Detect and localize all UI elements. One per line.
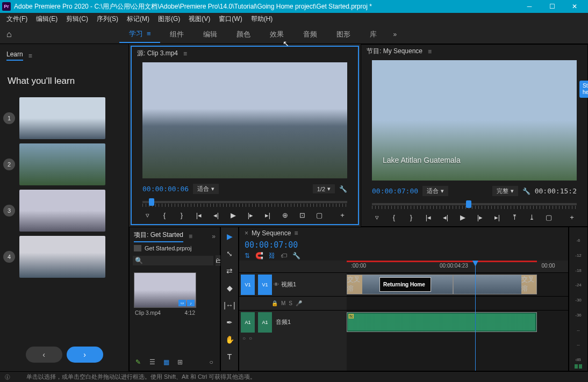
learn-item-3[interactable]: 3 xyxy=(3,190,125,232)
transition-handle[interactable]: 交叉溶 xyxy=(347,275,362,294)
timeline-ruler[interactable]: :00:00 00:00:04:23 00:00 xyxy=(347,261,568,272)
pen-tool-icon[interactable]: ✒ xyxy=(224,316,235,328)
go-to-out-icon[interactable]: ▸| xyxy=(263,210,273,220)
panel-overflow-icon[interactable]: » xyxy=(212,233,216,240)
source-scrubber[interactable] xyxy=(142,197,347,207)
track-header-a1-togs[interactable]: 🔒 M S 🎤 xyxy=(239,296,347,310)
panel-menu-icon[interactable]: ≡ xyxy=(183,50,187,57)
icon-view-icon[interactable]: ▦ xyxy=(162,358,170,366)
menu-help[interactable]: 帮助(H) xyxy=(247,13,277,25)
audio-clip[interactable]: fx xyxy=(347,312,537,332)
panel-menu-icon[interactable]: ≡ xyxy=(294,229,298,237)
program-timecode-in[interactable]: 00:00:07:00 xyxy=(372,187,418,195)
workspace-audio[interactable]: 音频 xyxy=(293,26,327,42)
list-view-icon[interactable]: ☰ xyxy=(148,358,156,366)
minimize-button[interactable]: ─ xyxy=(518,0,541,13)
video-clip[interactable]: 交叉溶 xyxy=(453,275,537,294)
add-marker-icon[interactable]: ▿ xyxy=(372,212,382,222)
menu-edit[interactable]: 编辑(E) xyxy=(32,13,62,25)
mute-toggle[interactable]: M xyxy=(281,300,285,306)
learn-item-2[interactable]: 2 xyxy=(3,143,125,185)
track-expand-icon[interactable]: ○ xyxy=(242,335,246,341)
learn-tab[interactable]: Learn xyxy=(6,51,23,61)
solo-toggle[interactable]: S xyxy=(289,300,292,306)
button-editor-icon[interactable]: + xyxy=(338,210,347,220)
mark-out-icon[interactable]: } xyxy=(406,212,416,222)
hand-tool-icon[interactable]: ✋ xyxy=(224,334,235,345)
project-clip-thumbnail[interactable]: ▭ ♪ xyxy=(134,272,196,308)
workspace-learn[interactable]: 学习 ≡ xyxy=(119,26,161,43)
title-clip[interactable]: Returning Home xyxy=(379,277,431,292)
export-frame-icon[interactable]: ▢ xyxy=(544,212,554,222)
insert-icon[interactable]: ⊕ xyxy=(280,210,290,220)
timeline-tracks-area[interactable]: :00:00 00:00:04:23 00:00 交叉溶 Returning H… xyxy=(347,261,568,371)
record-toggle-icon[interactable]: 🎤 xyxy=(296,300,302,306)
target-patch-a1[interactable]: A1 xyxy=(258,312,272,333)
panel-menu-icon[interactable]: ≡ xyxy=(428,48,432,55)
mark-in-icon[interactable]: { xyxy=(389,212,399,222)
source-timecode-in[interactable]: 00:00:00:06 xyxy=(142,185,189,193)
menu-view[interactable]: 视图(V) xyxy=(184,13,214,25)
source-tab[interactable]: 源: Clip 3.mp4 xyxy=(137,49,178,58)
type-tool-icon[interactable]: T xyxy=(224,351,235,363)
marker-icon[interactable]: 🏷 xyxy=(281,252,287,260)
program-fit-dropdown[interactable]: 适合 ▾ xyxy=(422,186,448,196)
ripple-edit-tool-icon[interactable]: ⇄ xyxy=(224,265,235,277)
step-back-icon[interactable]: ◂| xyxy=(441,212,450,222)
play-icon[interactable]: ▶ xyxy=(458,212,468,222)
settings-icon[interactable]: 🔧 xyxy=(339,185,347,193)
learn-item-4[interactable]: 4 xyxy=(3,236,125,278)
learn-tip-bubble[interactable]: St he xyxy=(579,81,588,98)
razor-tool-icon[interactable]: ◆ xyxy=(224,282,235,294)
close-button[interactable]: ✕ xyxy=(563,0,586,13)
step-back-icon[interactable]: ◂| xyxy=(211,210,221,220)
step-forward-icon[interactable]: |▸ xyxy=(475,212,485,222)
nest-toggle-icon[interactable]: ⇅ xyxy=(245,252,250,260)
extract-icon[interactable]: ⤓ xyxy=(527,212,536,222)
go-to-in-icon[interactable]: |◂ xyxy=(424,212,433,222)
menu-sequence[interactable]: 序列(S) xyxy=(92,13,123,25)
source-viewport[interactable] xyxy=(142,62,347,178)
transition-handle[interactable]: 交叉溶 xyxy=(521,275,536,294)
maximize-button[interactable]: ☐ xyxy=(541,0,563,13)
track-header-a1[interactable]: A1 A1 音频1 xyxy=(239,310,347,334)
track-collapse-icon[interactable]: ○ xyxy=(249,335,252,341)
track-header-v1[interactable]: V1 V1 👁 视频1 xyxy=(239,272,347,296)
mark-out-icon[interactable]: } xyxy=(177,210,187,220)
button-editor-icon[interactable]: + xyxy=(567,212,577,222)
menu-clip[interactable]: 剪辑(C) xyxy=(62,13,92,25)
add-marker-icon[interactable]: ▿ xyxy=(142,210,152,220)
source-zoom-dropdown[interactable]: 1/2 ▾ xyxy=(313,184,335,193)
program-scrubber[interactable] xyxy=(372,199,577,209)
workspace-graphics[interactable]: 图形 xyxy=(327,26,360,42)
workspace-libraries[interactable]: 库 xyxy=(360,26,386,42)
workspace-overflow-icon[interactable]: » xyxy=(386,27,403,41)
target-patch-v1[interactable]: V1 xyxy=(258,275,272,295)
program-tab[interactable]: 节目: My Sequence xyxy=(367,47,422,56)
step-forward-icon[interactable]: |▸ xyxy=(246,210,255,220)
overwrite-icon[interactable]: ⊡ xyxy=(297,210,307,220)
program-timecode-out[interactable]: 00:00:15:2 xyxy=(535,187,577,195)
workspace-editing[interactable]: 编辑 xyxy=(193,26,227,42)
menu-markers[interactable]: 标记(M) xyxy=(123,13,154,25)
home-icon[interactable]: ⌂ xyxy=(6,30,12,39)
workspace-assembly[interactable]: 组件 xyxy=(160,26,193,42)
track-lock-icon[interactable]: 🔒 xyxy=(271,300,278,306)
source-patch-a1[interactable]: A1 xyxy=(241,312,255,333)
write-indicator-icon[interactable]: ✎ xyxy=(134,358,142,366)
source-patch-v1[interactable]: V1 xyxy=(241,275,255,295)
workspace-color[interactable]: 颜色 xyxy=(227,26,260,42)
source-fit-dropdown[interactable]: 适合 ▾ xyxy=(193,184,219,194)
program-viewport[interactable]: Lake Atitlan Guatemala xyxy=(372,60,577,181)
freeform-view-icon[interactable]: ⊞ xyxy=(176,358,184,366)
snap-toggle-icon[interactable]: 🧲 xyxy=(255,252,263,260)
lift-icon[interactable]: ⤒ xyxy=(510,212,519,222)
settings-icon[interactable]: 🔧 xyxy=(292,252,300,260)
settings-icon[interactable]: 🔧 xyxy=(522,188,530,195)
menu-file[interactable]: 文件(F) xyxy=(2,13,32,25)
linked-selection-icon[interactable]: ⛓ xyxy=(269,252,275,260)
workspace-effects[interactable]: 效果 xyxy=(260,26,293,42)
program-quality-dropdown[interactable]: 完整 ▾ xyxy=(492,186,518,196)
slip-tool-icon[interactable]: |↔| xyxy=(224,299,235,311)
go-to-in-icon[interactable]: |◂ xyxy=(194,210,204,220)
